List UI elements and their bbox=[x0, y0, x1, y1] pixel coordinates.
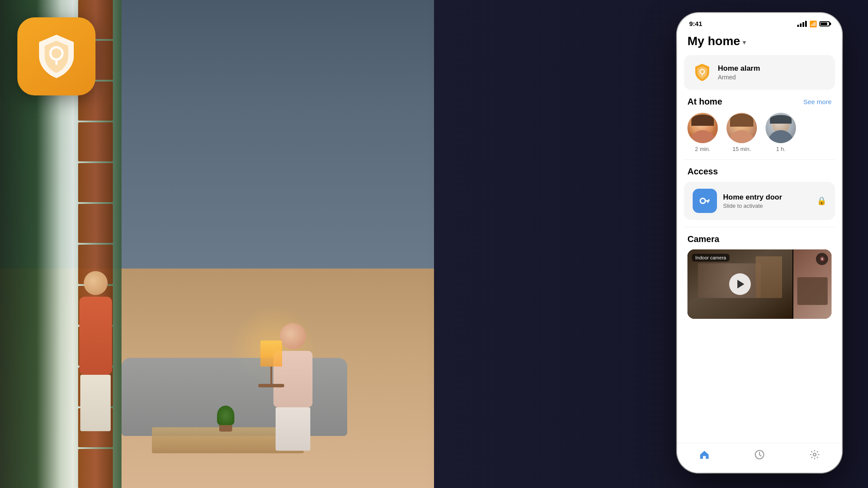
history-icon bbox=[754, 449, 765, 460]
mute-icon: 🔇 bbox=[820, 257, 825, 261]
nav-settings[interactable] bbox=[809, 449, 821, 461]
home-dropdown-chevron[interactable]: ▾ bbox=[743, 38, 746, 46]
signal-bar-2 bbox=[800, 23, 802, 27]
camera-section: Camera Indoor camera bbox=[677, 234, 842, 319]
avatar-1 bbox=[687, 113, 718, 143]
phone-frame: 9:41 📶 My home ▾ bbox=[677, 13, 842, 473]
alarm-info: Home alarm Armed bbox=[718, 64, 760, 81]
signal-bar-4 bbox=[805, 21, 807, 27]
play-icon bbox=[737, 280, 744, 288]
battery-fill bbox=[821, 23, 827, 25]
camera-label: Indoor camera bbox=[692, 254, 730, 262]
door-action: Slide to activate bbox=[723, 203, 811, 209]
home-title: My home bbox=[687, 34, 740, 48]
alarm-title: Home alarm bbox=[718, 64, 760, 73]
status-icons: 📶 bbox=[797, 20, 830, 27]
app-icon bbox=[17, 17, 95, 95]
person-item-2[interactable]: 15 min. bbox=[727, 113, 757, 152]
alarm-status: Armed bbox=[718, 74, 760, 81]
face-1 bbox=[687, 113, 718, 143]
mute-button[interactable]: 🔇 bbox=[816, 253, 828, 265]
history-nav-icon[interactable] bbox=[753, 449, 766, 461]
at-home-header: At home See more bbox=[687, 97, 832, 107]
camera-section-title: Camera bbox=[687, 234, 832, 244]
phone-content[interactable]: My home ▾ Home alarm Armed At ho bbox=[677, 31, 842, 443]
door-access-info: Home entry door Slide to activate bbox=[723, 193, 811, 209]
play-button[interactable] bbox=[729, 273, 751, 295]
signal-bar-3 bbox=[802, 22, 804, 27]
face-3 bbox=[766, 113, 796, 143]
battery-icon bbox=[819, 21, 830, 26]
home-nav-icon[interactable] bbox=[698, 449, 710, 461]
settings-icon bbox=[809, 449, 820, 460]
home-icon bbox=[699, 449, 710, 460]
camera-preview[interactable]: Indoor camera 🔇 bbox=[687, 249, 832, 319]
section-divider-2 bbox=[684, 227, 835, 227]
home-title-row[interactable]: My home ▾ bbox=[687, 34, 832, 48]
person-2-time: 15 min. bbox=[733, 146, 751, 152]
plant bbox=[217, 406, 234, 432]
shield-icon bbox=[35, 33, 78, 80]
svg-point-2 bbox=[700, 198, 706, 203]
settings-nav-icon[interactable] bbox=[809, 449, 821, 461]
alarm-shield-icon bbox=[694, 63, 711, 82]
see-more-button[interactable]: See more bbox=[803, 98, 832, 105]
signal-icon bbox=[797, 21, 807, 27]
key-icon bbox=[699, 195, 711, 207]
figure-man bbox=[76, 271, 115, 423]
avatar-3 bbox=[766, 113, 796, 143]
lock-icon: 🔒 bbox=[817, 196, 826, 206]
door-access-icon[interactable] bbox=[693, 189, 717, 213]
face-2 bbox=[727, 113, 757, 143]
wifi-icon: 📶 bbox=[809, 20, 817, 27]
at-home-title: At home bbox=[687, 97, 722, 107]
person-1-time: 2 min. bbox=[695, 146, 710, 152]
lamp bbox=[265, 341, 278, 384]
alarm-icon-wrap bbox=[693, 63, 712, 82]
person-item-3[interactable]: 1 h. bbox=[766, 113, 796, 152]
access-card[interactable]: Home entry door Slide to activate 🔒 bbox=[684, 182, 835, 220]
nav-history[interactable] bbox=[753, 449, 766, 461]
nav-home[interactable] bbox=[698, 449, 710, 461]
at-home-section: At home See more 2 min. bbox=[677, 97, 842, 152]
phone-header: My home ▾ bbox=[677, 31, 842, 55]
status-bar: 9:41 📶 bbox=[677, 13, 842, 31]
access-title: Access bbox=[687, 167, 718, 176]
camera-main-feed[interactable]: Indoor camera bbox=[687, 249, 792, 319]
camera-side-feed[interactable]: 🔇 bbox=[792, 249, 832, 319]
door-name: Home entry door bbox=[723, 193, 811, 202]
section-divider-1 bbox=[684, 159, 835, 160]
people-row: 2 min. 15 min. bbox=[687, 113, 832, 152]
bottom-nav bbox=[677, 443, 842, 473]
person-3-time: 1 h. bbox=[776, 146, 786, 152]
signal-bar-1 bbox=[797, 25, 799, 27]
time-display: 9:41 bbox=[689, 20, 702, 27]
alarm-card[interactable]: Home alarm Armed bbox=[684, 55, 835, 90]
person-item-1[interactable]: 2 min. bbox=[687, 113, 718, 152]
access-section-header: Access bbox=[677, 167, 842, 182]
svg-point-4 bbox=[813, 453, 816, 456]
avatar-2 bbox=[727, 113, 757, 143]
